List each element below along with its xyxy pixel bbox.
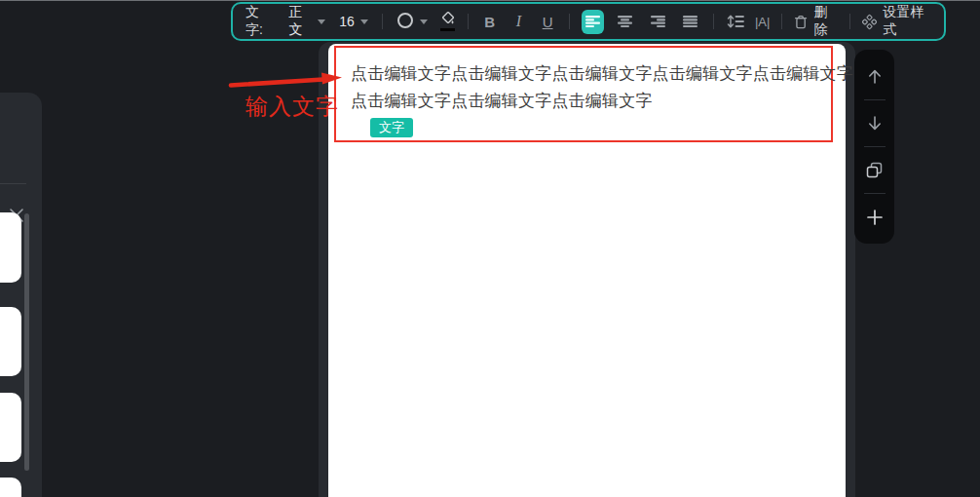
divider: [864, 99, 886, 100]
slide-thumbnail[interactable]: [0, 478, 21, 497]
bold-button[interactable]: B: [480, 9, 500, 34]
set-style-label: 设置样式: [883, 4, 931, 39]
add-button[interactable]: [854, 203, 894, 232]
text-format-toolbar: 文字: 正文 16 B I U: [231, 2, 946, 41]
divider: [569, 14, 570, 29]
align-justify-icon: [682, 15, 698, 28]
delete-button[interactable]: 删除: [794, 4, 838, 39]
align-center-icon: [617, 15, 633, 28]
fill-color-swatch: [440, 28, 455, 31]
move-up-button[interactable]: [854, 62, 894, 92]
set-style-diamonds-icon: [862, 14, 877, 30]
app-root: { "toolbar": { "text_label": "文字:", "fon…: [0, 0, 980, 497]
font-style-dropdown[interactable]: 正文: [287, 4, 328, 39]
arrow-down-icon: [866, 115, 884, 132]
chevron-down-icon: [420, 19, 428, 24]
toolbar-text-label: 文字:: [245, 4, 274, 39]
editable-text-line[interactable]: 点击编辑文字点击编辑文字点击编辑文字: [351, 88, 831, 115]
set-style-button[interactable]: 设置样式: [862, 4, 931, 39]
left-sidebar-panel: [0, 93, 42, 497]
canvas-workspace: 点击编辑文字点击编辑文字点击编辑文字点击编辑文字点击编辑文字 点击编辑文字点击编…: [319, 42, 855, 497]
text-color-dropdown[interactable]: [395, 12, 430, 32]
letter-spacing-button[interactable]: |A|: [755, 15, 770, 29]
font-size-value: 16: [339, 14, 355, 29]
annotation-arrow: [228, 72, 345, 95]
chevron-down-icon: [360, 19, 368, 24]
font-size-dropdown[interactable]: 16: [337, 14, 370, 29]
align-right-button[interactable]: [647, 10, 669, 34]
selected-text-box[interactable]: 点击编辑文字点击编辑文字点击编辑文字点击编辑文字点击编辑文字 点击编辑文字点击编…: [334, 46, 833, 142]
object-actions-toolbar: [854, 50, 894, 244]
align-justify-button[interactable]: [679, 10, 701, 34]
divider: [864, 193, 886, 194]
italic-button[interactable]: I: [509, 9, 529, 34]
slide-thumbnail[interactable]: [0, 307, 21, 376]
font-style-value: 正文: [289, 4, 313, 39]
trash-icon: [794, 14, 808, 30]
divider: [849, 14, 850, 29]
chevron-down-icon: [318, 19, 325, 24]
slide-thumbnail[interactable]: [0, 393, 21, 462]
document-canvas[interactable]: 点击编辑文字点击编辑文字点击编辑文字点击编辑文字点击编辑文字 点击编辑文字点击编…: [328, 44, 846, 497]
align-right-icon: [650, 15, 666, 28]
delete-label: 删除: [814, 4, 839, 39]
duplicate-icon: [866, 162, 883, 178]
window-top-edge: [0, 0, 980, 1]
align-left-icon: [584, 15, 601, 28]
text-color-circle-icon: [396, 12, 414, 32]
underline-button[interactable]: U: [538, 9, 557, 34]
duplicate-button[interactable]: [854, 156, 894, 185]
arrow-up-icon: [866, 68, 884, 85]
divider: [0, 183, 26, 184]
divider: [781, 14, 782, 29]
plus-icon: [866, 209, 884, 226]
divider: [864, 146, 886, 147]
scrollbar[interactable]: [24, 213, 29, 471]
line-spacing-icon: [727, 14, 744, 29]
align-left-button[interactable]: [582, 10, 604, 34]
divider: [468, 14, 469, 29]
divider: [382, 14, 383, 29]
text-type-badge: 文字: [370, 118, 413, 137]
align-center-button[interactable]: [614, 10, 636, 34]
move-down-button[interactable]: [854, 109, 894, 138]
annotation-label: 输入文字: [245, 93, 339, 120]
fill-color-button[interactable]: [439, 12, 456, 31]
slide-thumbnail[interactable]: [0, 212, 21, 283]
line-spacing-button[interactable]: [726, 9, 745, 34]
divider: [713, 14, 714, 29]
editable-text-line[interactable]: 点击编辑文字点击编辑文字点击编辑文字点击编辑文字点击编辑文字: [351, 60, 831, 88]
